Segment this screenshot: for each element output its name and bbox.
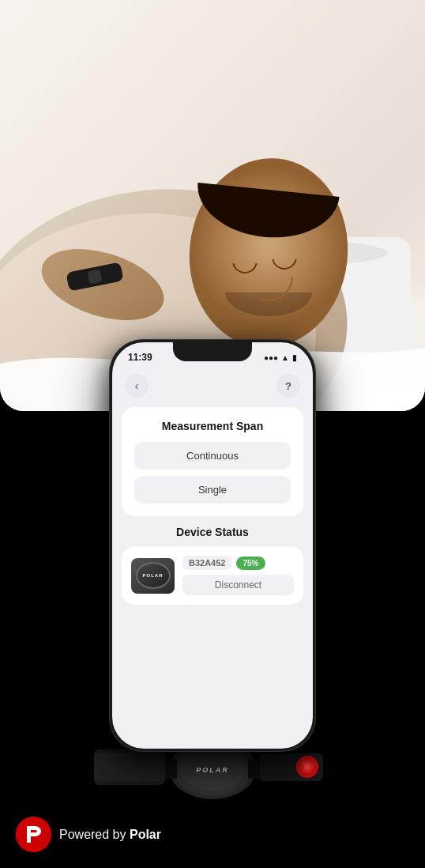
back-button[interactable]: ‹ bbox=[125, 374, 149, 398]
svg-text:POLAR: POLAR bbox=[196, 766, 229, 774]
help-button[interactable]: ? bbox=[276, 374, 300, 398]
battery-icon: ▮ bbox=[292, 353, 297, 362]
signal-icon: ●●● bbox=[264, 353, 278, 362]
brand-name-label: Polar bbox=[130, 828, 161, 841]
device-id-row: B32A452 75% bbox=[182, 556, 294, 570]
phone-mockup: 11:39 ●●● ▲ ▮ ‹ ? Measurement Span Conti… bbox=[110, 340, 315, 751]
device-card: POLAR B32A452 75% Disconnect bbox=[122, 546, 303, 605]
battery-badge: 75% bbox=[236, 557, 265, 570]
disconnect-button[interactable]: Disconnect bbox=[182, 575, 294, 595]
svg-rect-1 bbox=[94, 753, 165, 781]
device-logo-text: POLAR bbox=[143, 573, 164, 578]
measurement-span-title: Measurement Span bbox=[134, 420, 291, 432]
wifi-icon: ▲ bbox=[281, 353, 289, 362]
status-time: 11:39 bbox=[128, 352, 152, 363]
device-id: B32A452 bbox=[182, 556, 231, 570]
status-icons: ●●● ▲ ▮ bbox=[264, 353, 297, 362]
device-icon: POLAR bbox=[131, 558, 175, 594]
phone-notch bbox=[173, 342, 252, 361]
measurement-span-card: Measurement Span Continuous Single bbox=[122, 407, 303, 516]
svg-rect-11 bbox=[248, 759, 260, 779]
branding-text: Powered by Polar bbox=[59, 828, 161, 842]
device-status-title: Device Status bbox=[112, 526, 313, 538]
app-header: ‹ ? bbox=[112, 368, 313, 407]
polar-logo-icon bbox=[16, 817, 51, 852]
branding-section: Powered by Polar bbox=[16, 817, 161, 852]
polar-icon-svg bbox=[16, 817, 51, 852]
device-info: B32A452 75% Disconnect bbox=[182, 556, 294, 595]
powered-by-label: Powered by bbox=[59, 828, 126, 841]
single-option[interactable]: Single bbox=[134, 476, 291, 504]
continuous-option[interactable]: Continuous bbox=[134, 442, 291, 470]
svg-point-9 bbox=[304, 764, 310, 770]
svg-rect-10 bbox=[165, 759, 177, 779]
